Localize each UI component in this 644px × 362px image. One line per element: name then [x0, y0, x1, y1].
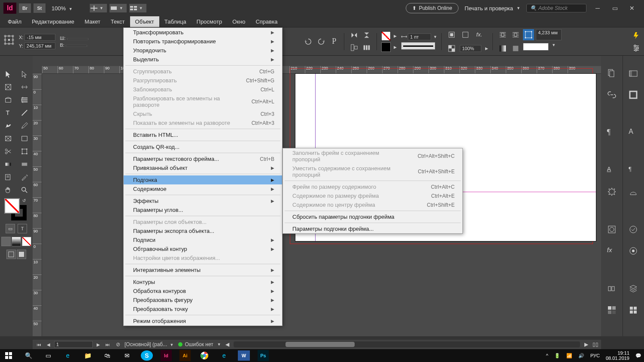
opacity-icon[interactable] — [446, 43, 457, 54]
search-taskbar-icon[interactable]: 🔍 — [22, 350, 34, 361]
stock-button[interactable]: St — [33, 3, 46, 13]
apply-none-button[interactable] — [22, 237, 31, 246]
gradient-swatch-tool[interactable] — [0, 158, 16, 171]
menu-item[interactable]: Параметры экспорта объекта... — [124, 226, 282, 235]
menu-редактирование[interactable]: Редактирование — [27, 16, 79, 27]
cc-libraries-panel-icon[interactable] — [629, 69, 638, 78]
scroll-left-button[interactable]: ◀ — [225, 341, 229, 347]
prev-page-button[interactable]: ◀ — [45, 342, 52, 347]
notifications-icon[interactable]: 💬 — [635, 353, 641, 359]
stroke-panel-icon[interactable] — [629, 90, 638, 100]
stock-search-input[interactable]: 🔍 Adobe Stock — [526, 4, 586, 12]
menu-таблица[interactable]: Таблица — [159, 16, 191, 27]
tray-chevron-icon[interactable]: ^ — [546, 353, 548, 358]
menu-item[interactable]: Упорядочить▶ — [124, 46, 282, 55]
view-option-3[interactable]: ▼ — [129, 4, 146, 12]
wrap-shape-icon[interactable] — [523, 29, 534, 40]
page-number-input[interactable]: 1 — [54, 341, 93, 348]
direct-selection-tool[interactable] — [16, 68, 33, 81]
pencil-tool[interactable] — [16, 119, 33, 132]
gradient-icon[interactable] — [497, 43, 508, 54]
fill-swatch[interactable] — [381, 31, 391, 41]
gap-tool[interactable] — [16, 81, 33, 94]
maximize-button[interactable]: ▭ — [611, 4, 619, 12]
preview-view-button[interactable] — [17, 250, 26, 259]
preset-label[interactable]: [Основной] (раб... ▼ — [125, 341, 174, 347]
task-view-icon[interactable]: ▭ — [42, 350, 54, 361]
illustrator-taskbar-icon[interactable]: Ai — [179, 350, 191, 361]
wrap-none-icon[interactable] — [497, 29, 508, 40]
preflight-panel-icon[interactable] — [629, 225, 638, 234]
menu-item[interactable]: Создать QR-код... — [124, 142, 282, 151]
rotate-cw-icon[interactable] — [316, 36, 327, 47]
bridge-button[interactable]: Br — [19, 3, 31, 13]
selection-tool[interactable] — [0, 68, 16, 81]
w-input[interactable] — [67, 38, 88, 40]
menu-item[interactable]: Обработка контуров▶ — [124, 287, 282, 296]
menu-item[interactable]: Подписи▶ — [124, 235, 282, 244]
split-view-button[interactable]: ▯▯ — [592, 341, 598, 347]
store-taskbar-icon[interactable]: 🛍 — [101, 350, 113, 361]
edge-taskbar-icon[interactable]: e — [62, 350, 74, 361]
menu-item[interactable]: Параметры углов... — [124, 205, 282, 214]
volume-icon[interactable]: 🔊 — [578, 353, 584, 359]
menu-item[interactable]: Обтравочный контур▶ — [124, 244, 282, 253]
menu-текст[interactable]: Текст — [106, 16, 130, 27]
last-page-button[interactable]: ⏭ — [104, 342, 112, 347]
eyedropper-tool[interactable] — [16, 171, 33, 184]
menu-item[interactable]: Вставить HTML... — [124, 130, 282, 139]
opacity-input[interactable]: 100% — [460, 45, 481, 52]
feather-icon[interactable] — [510, 43, 521, 54]
para-styles-panel-icon[interactable]: ¶ — [629, 166, 638, 175]
open-doc-icon[interactable]: ⊘ — [116, 341, 120, 347]
effects-icon-1[interactable] — [446, 29, 457, 40]
menu-файл[interactable]: Файл — [3, 16, 27, 27]
rectangle-tool[interactable] — [16, 132, 33, 145]
apply-color-button[interactable] — [1, 237, 11, 246]
menu-объект[interactable]: Объект — [130, 16, 159, 27]
menu-item[interactable]: Трансформировать▶ — [124, 28, 282, 37]
line-tool[interactable] — [16, 106, 33, 119]
menu-item[interactable]: Выделить▶ — [124, 55, 282, 64]
next-page-button[interactable]: ▶ — [94, 342, 102, 347]
gradient-feather-tool[interactable] — [16, 158, 33, 171]
menu-item[interactable]: Параметры текстового фрейма...Ctrl+B — [124, 154, 282, 163]
char-styles-panel-icon[interactable]: A — [607, 166, 617, 175]
links-panel-icon[interactable] — [607, 90, 617, 100]
close-button[interactable]: ✕ — [628, 4, 636, 12]
word-taskbar-icon[interactable]: W — [238, 350, 250, 361]
layers-panel-icon[interactable] — [629, 284, 638, 293]
mail-taskbar-icon[interactable]: ✉ — [121, 350, 133, 361]
scroll-right-button[interactable]: ▶ — [584, 341, 588, 347]
distribute-icon[interactable] — [361, 42, 372, 53]
menu-item[interactable]: Привязанный объект▶ — [124, 163, 282, 172]
stroke-swatch[interactable] — [381, 42, 391, 52]
wrap-bounding-icon[interactable] — [510, 29, 521, 40]
fx-icon[interactable]: fx. — [474, 29, 485, 40]
swap-icon[interactable]: ↺ — [22, 198, 26, 203]
scissors-tool[interactable] — [0, 145, 16, 158]
type-tool[interactable]: T — [0, 106, 16, 119]
menu-макет[interactable]: Макет — [79, 16, 106, 27]
menu-просмотр[interactable]: Просмотр — [191, 16, 227, 27]
preflight-status[interactable]: Ошибок нет ▼ — [178, 341, 221, 347]
hand-tool[interactable] — [0, 184, 16, 196]
content-placer-tool[interactable] — [16, 94, 33, 106]
menu-item[interactable]: Интерактивные элементы▶ — [124, 265, 282, 275]
formatting-text-button[interactable]: T — [18, 224, 27, 233]
minimize-button[interactable]: ─ — [593, 4, 602, 12]
first-page-button[interactable]: ⏮ — [35, 342, 43, 347]
free-transform-tool[interactable] — [16, 145, 33, 158]
object-styles-panel-icon[interactable] — [607, 284, 617, 293]
color-well[interactable] — [523, 43, 549, 51]
indesign-taskbar-icon[interactable]: Id — [161, 350, 172, 361]
flip-v-icon[interactable] — [361, 30, 372, 41]
start-button[interactable] — [3, 350, 15, 361]
publish-online-button[interactable]: ⬆ Publish Online — [406, 3, 459, 13]
view-option-1[interactable]: ▼ — [90, 4, 107, 12]
view-option-2[interactable]: ▼ — [109, 4, 127, 12]
fill-stroke-proxy[interactable]: ↺ — [4, 198, 27, 220]
character-panel-icon[interactable]: A — [629, 128, 638, 137]
reference-point-icon[interactable] — [3, 32, 15, 51]
tool-hints-panel-icon[interactable] — [607, 187, 617, 196]
